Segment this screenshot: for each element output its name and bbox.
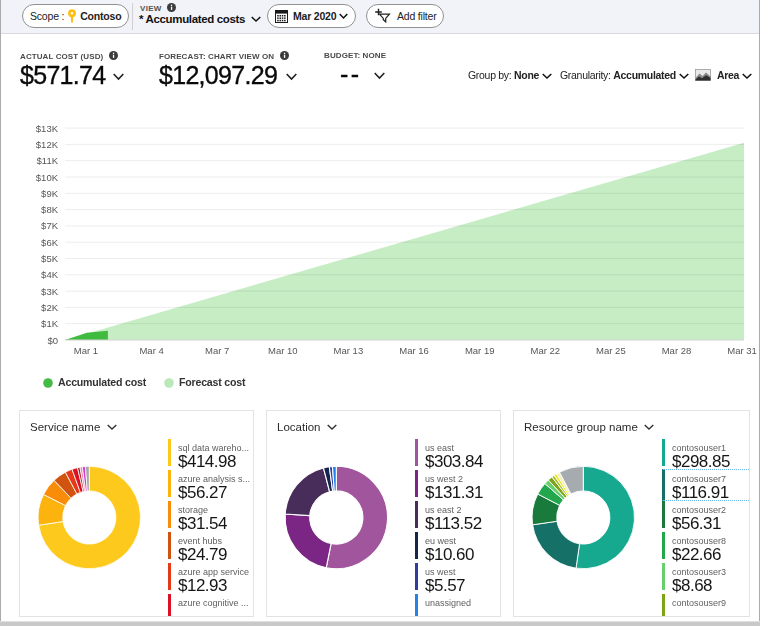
svg-text:Mar 13: Mar 13 — [334, 345, 364, 356]
svg-text:Mar 28: Mar 28 — [662, 345, 692, 356]
svg-text:$1K: $1K — [41, 318, 59, 329]
svg-text:Mar 19: Mar 19 — [465, 345, 495, 356]
svg-text:Mar 10: Mar 10 — [268, 345, 298, 356]
svg-text:$2K: $2K — [41, 302, 59, 313]
svg-text:Mar 22: Mar 22 — [531, 345, 561, 356]
svg-text:$4K: $4K — [41, 269, 59, 280]
svg-text:Mar 7: Mar 7 — [205, 345, 229, 356]
svg-text:$10K: $10K — [36, 172, 59, 183]
svg-text:Mar 4: Mar 4 — [139, 345, 163, 356]
svg-text:$3K: $3K — [41, 286, 59, 297]
svg-text:$6K: $6K — [41, 237, 59, 248]
svg-text:$7K: $7K — [41, 220, 59, 231]
svg-text:Mar 16: Mar 16 — [399, 345, 429, 356]
svg-text:$5K: $5K — [41, 253, 59, 264]
svg-text:$12K: $12K — [36, 139, 59, 150]
svg-text:$0: $0 — [47, 335, 58, 346]
svg-text:Mar 31: Mar 31 — [727, 345, 757, 356]
svg-text:Mar 25: Mar 25 — [596, 345, 626, 356]
svg-text:$9K: $9K — [41, 188, 59, 199]
svg-text:$8K: $8K — [41, 204, 59, 215]
svg-text:Mar 1: Mar 1 — [74, 345, 98, 356]
svg-text:$11K: $11K — [37, 155, 59, 166]
svg-text:$13K: $13K — [36, 123, 59, 134]
